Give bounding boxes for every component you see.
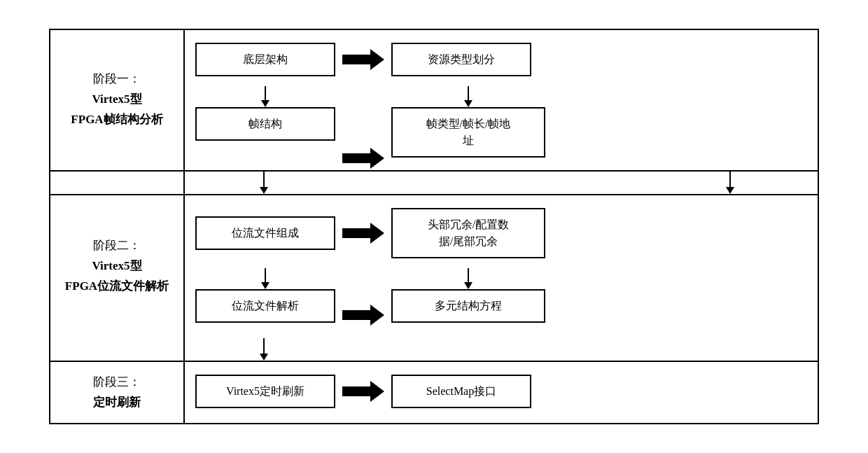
- inter-connector-content: [183, 172, 818, 194]
- stage1-row: 阶段一： Virtex5型 FPGA帧结构分析 底层架构 资源类型划分: [50, 30, 818, 170]
- stage1-box4: 帧类型/帧长/帧地 址: [391, 107, 545, 158]
- inter-label-spacer: [50, 172, 183, 194]
- stage2-box4: 多元结构方程: [391, 289, 545, 323]
- stage2-label-line2: Virtex5型: [65, 256, 169, 277]
- arrow-right-icon3: [342, 223, 384, 244]
- diagram-wrapper: 阶段一： Virtex5型 FPGA帧结构分析 底层架构 资源类型划分: [49, 29, 819, 425]
- stage1-flow1: 底层架构 资源类型划分: [195, 43, 807, 76]
- stage2-vertical-section: 位流文件解析 多元结构方程: [195, 268, 807, 326]
- arrowhead-down2: [464, 100, 472, 107]
- stage3-label-line2: 定时刷新: [93, 393, 141, 413]
- stage2-box2: 头部冗余/配置数 据/尾部冗余: [391, 208, 545, 258]
- svg-marker-0: [342, 49, 384, 70]
- inter2-down-line-left: [263, 338, 265, 354]
- stage1-label-line3: FPGA帧结构分析: [71, 110, 162, 130]
- inter-right-arrow: [653, 172, 807, 194]
- inter-down-line-left: [263, 172, 265, 187]
- stage2-row: 阶段二： Virtex5型 FPGA位流文件解析 位流文件组成 头部冗余/配置数…: [50, 194, 818, 338]
- stage1-box3: 帧结构: [195, 107, 335, 141]
- inter-arrowhead-left: [260, 187, 268, 194]
- inter-left-arrow: [195, 172, 332, 194]
- stage2-label-line3: FPGA位流文件解析: [65, 277, 169, 297]
- stage2-arrow2-wrap: [335, 305, 391, 326]
- arrowhead-down1: [261, 100, 270, 107]
- inter-spacer: [332, 172, 653, 194]
- stage1-label-line1: 阶段一：: [71, 69, 162, 90]
- svg-marker-1: [342, 148, 384, 169]
- stage1-label-line2: Virtex5型: [71, 90, 162, 110]
- inter-arrowhead-right: [726, 187, 734, 194]
- stage2-content: 位流文件组成 头部冗余/配置数 据/尾部冗余 位流文件解析: [183, 195, 818, 338]
- stage2-left-col: 位流文件解析: [195, 268, 335, 323]
- stage3-box1: Virtex5定时刷新: [195, 375, 335, 408]
- inter2-connector-content: [183, 338, 818, 361]
- stage1-content: 底层架构 资源类型划分 帧结构: [183, 30, 818, 170]
- inter-stage-2-3: [50, 338, 818, 361]
- stage1-label: 阶段一： Virtex5型 FPGA帧结构分析: [50, 30, 183, 170]
- s2-arrowhead2: [464, 282, 472, 289]
- inter-stage-1-2: [50, 170, 818, 194]
- stage2-right-col: 多元结构方程: [391, 268, 545, 323]
- stage1-left-col: 帧结构: [195, 86, 335, 141]
- inter2-arrowhead-left: [260, 354, 268, 361]
- arrow-right-icon2: [342, 148, 384, 169]
- stage2-flow1: 位流文件组成 头部冗余/配置数 据/尾部冗余: [195, 208, 807, 258]
- stage3-box2: SelectMap接口: [391, 375, 531, 408]
- svg-marker-4: [342, 381, 384, 402]
- s2-arrowhead1: [261, 282, 270, 289]
- stage2-box1: 位流文件组成: [195, 216, 335, 250]
- stage1-box2: 资源类型划分: [391, 43, 531, 76]
- stage1-vertical-section: 帧结构 帧类型/帧长/帧地 址: [195, 86, 807, 158]
- down-line1: [265, 86, 266, 100]
- arrow-right-icon: [342, 49, 384, 70]
- stage2-label: 阶段二： Virtex5型 FPGA位流文件解析: [50, 195, 183, 338]
- stage3-flow1: Virtex5定时刷新 SelectMap接口: [195, 375, 807, 408]
- svg-marker-3: [342, 305, 384, 326]
- down-line2: [468, 86, 469, 100]
- inter2-left-arrow: [195, 338, 332, 361]
- stage3-label-line1: 阶段三：: [93, 372, 141, 393]
- stage1-box1: 底层架构: [195, 43, 335, 76]
- s2-down-line2: [468, 268, 469, 282]
- arrow-right-icon4: [342, 305, 384, 326]
- stage3-row: 阶段三： 定时刷新 Virtex5定时刷新 SelectMap接口: [50, 361, 818, 424]
- stage3-content: Virtex5定时刷新 SelectMap接口: [183, 362, 818, 424]
- stage3-label: 阶段三： 定时刷新: [50, 362, 183, 424]
- svg-marker-2: [342, 223, 384, 244]
- stage1-right-col: 帧类型/帧长/帧地 址: [391, 86, 545, 158]
- inter-down-line-right: [729, 172, 731, 187]
- inter2-label-spacer: [50, 338, 183, 361]
- stage2-box3: 位流文件解析: [195, 289, 335, 323]
- arrow-right-icon5: [342, 381, 384, 402]
- s2-down-line1: [265, 268, 266, 282]
- stage2-label-line1: 阶段二：: [65, 236, 169, 256]
